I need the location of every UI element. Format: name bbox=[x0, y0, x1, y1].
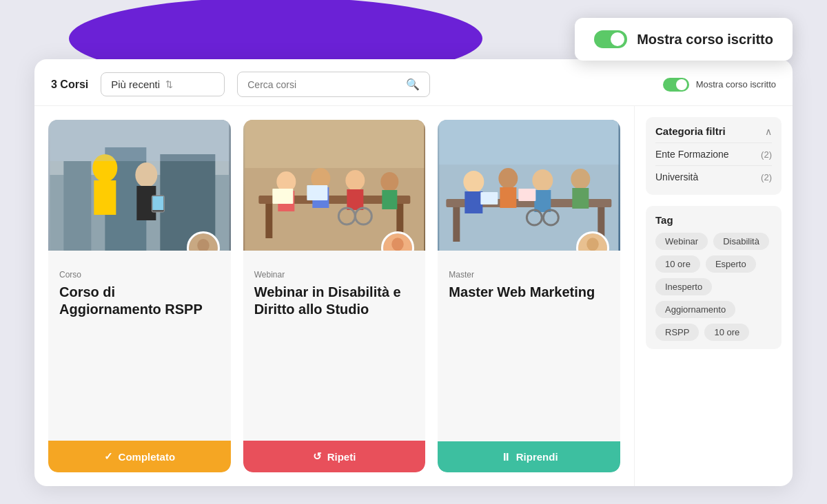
svg-rect-11 bbox=[50, 120, 229, 161]
svg-point-23 bbox=[345, 170, 365, 191]
filter-label-1: Ente Formazione bbox=[655, 149, 729, 160]
tooltip-card: Mostra corso iscritto bbox=[575, 18, 793, 61]
course-title-2: Webinar in Disabilità e Diritto allo Stu… bbox=[254, 284, 415, 432]
sort-label: Più recenti bbox=[111, 78, 160, 90]
course-btn-3[interactable]: ⏸ Riprendi bbox=[438, 441, 620, 472]
svg-point-41 bbox=[499, 168, 518, 189]
sort-arrows-icon: ⇅ bbox=[165, 79, 214, 90]
svg-rect-42 bbox=[500, 187, 517, 208]
tag-pill-3[interactable]: Esperto bbox=[706, 255, 756, 273]
svg-rect-28 bbox=[382, 190, 397, 209]
svg-rect-48 bbox=[573, 188, 589, 209]
filter-item-1[interactable]: Ente Formazione (2) bbox=[655, 145, 772, 164]
search-icon: 🔍 bbox=[406, 78, 420, 91]
svg-point-47 bbox=[571, 169, 591, 189]
search-box: 🔍 bbox=[237, 72, 430, 97]
course-btn-label-3: Riprendi bbox=[516, 451, 558, 463]
course-btn-1[interactable]: ✓ Completato bbox=[48, 441, 231, 472]
course-type-3: Master bbox=[449, 270, 609, 280]
courses-count: 3 Corsi bbox=[51, 78, 88, 91]
svg-rect-49 bbox=[481, 192, 498, 204]
chevron-up-icon[interactable]: ∧ bbox=[765, 126, 772, 137]
course-btn-icon-2: ↺ bbox=[313, 450, 322, 463]
course-body-3: Master Master Web Marketing bbox=[438, 251, 620, 441]
svg-rect-50 bbox=[519, 189, 536, 201]
filter-count-2: (2) bbox=[761, 172, 772, 182]
svg-point-53 bbox=[586, 238, 599, 251]
tag-pill-2[interactable]: 10 ore bbox=[655, 255, 700, 273]
tag-title: Tag bbox=[655, 214, 772, 226]
filter-header: Categoria filtri ∧ bbox=[655, 125, 772, 137]
tag-pill-6[interactable]: RSPP bbox=[655, 324, 699, 341]
svg-rect-44 bbox=[535, 190, 551, 212]
svg-rect-40 bbox=[465, 191, 483, 213]
sidebar: Categoria filtri ∧ Ente Formazione (2) U… bbox=[634, 106, 793, 486]
svg-rect-10 bbox=[152, 196, 163, 210]
course-type-2: Webinar bbox=[254, 270, 415, 280]
course-card-2: Webinar Webinar in Disabilità e Diritto … bbox=[243, 120, 426, 472]
svg-point-7 bbox=[135, 162, 157, 187]
sort-dropdown[interactable]: Più recenti ⇅ bbox=[101, 72, 225, 96]
svg-point-33 bbox=[392, 238, 405, 251]
course-btn-icon-3: ⏸ bbox=[500, 451, 511, 463]
course-image-1 bbox=[48, 120, 231, 251]
header-bar: 3 Corsi Più recenti ⇅ 🔍 Mostra corso isc… bbox=[34, 59, 793, 106]
filter-divider-2 bbox=[655, 165, 772, 166]
tag-pill-1[interactable]: Disabilità bbox=[713, 233, 769, 250]
tag-pill-4[interactable]: Inesperto bbox=[655, 278, 712, 295]
course-body-1: Corso Corso di Aggiornamento RSPP bbox=[48, 251, 231, 441]
course-image-2 bbox=[243, 120, 426, 251]
svg-rect-6 bbox=[94, 180, 116, 215]
search-input[interactable] bbox=[247, 79, 400, 90]
tag-grid: WebinarDisabilità10 oreEspertoInespertoA… bbox=[655, 233, 772, 341]
filter-item-2[interactable]: Università (2) bbox=[655, 167, 772, 187]
svg-point-27 bbox=[380, 172, 398, 191]
courses-grid: Corso Corso di Aggiornamento RSPP ✓ Comp… bbox=[34, 106, 634, 486]
course-body-2: Webinar Webinar in Disabilità e Diritto … bbox=[243, 251, 426, 441]
svg-rect-29 bbox=[272, 189, 293, 204]
tag-section: Tag WebinarDisabilità10 oreEspertoInespe… bbox=[646, 206, 782, 349]
svg-rect-17 bbox=[265, 204, 272, 238]
course-type-1: Corso bbox=[59, 270, 220, 280]
svg-rect-37 bbox=[453, 207, 460, 242]
svg-rect-24 bbox=[347, 189, 363, 210]
course-btn-label-1: Completato bbox=[119, 451, 176, 463]
filter-count-1: (2) bbox=[761, 149, 772, 160]
svg-rect-30 bbox=[307, 185, 327, 200]
tooltip-label: Mostra corso iscritto bbox=[637, 32, 773, 48]
tag-pill-0[interactable]: Webinar bbox=[655, 233, 708, 250]
toggle-big-icon[interactable] bbox=[594, 30, 627, 48]
course-btn-label-2: Ripeti bbox=[327, 451, 356, 463]
filter-label-2: Università bbox=[655, 171, 698, 182]
svg-rect-51 bbox=[440, 120, 619, 165]
course-btn-icon-1: ✓ bbox=[104, 450, 113, 463]
toggle-small[interactable] bbox=[663, 78, 689, 92]
course-title-3: Master Web Marketing bbox=[449, 284, 609, 433]
svg-point-43 bbox=[533, 169, 553, 191]
course-card-3: Master Master Web Marketing ⏸ Riprendi bbox=[438, 120, 620, 472]
course-title-1: Corso di Aggiornamento RSPP bbox=[59, 284, 220, 432]
filter-divider-1 bbox=[655, 143, 772, 143]
course-btn-2[interactable]: ↺ Ripeti bbox=[243, 441, 426, 472]
content-area: Corso Corso di Aggiornamento RSPP ✓ Comp… bbox=[34, 106, 793, 486]
tag-pill-5[interactable]: Aggiornamento bbox=[655, 301, 735, 318]
main-card: 3 Corsi Più recenti ⇅ 🔍 Mostra corso isc… bbox=[34, 59, 793, 486]
toggle-inline: Mostra corso iscritto bbox=[663, 78, 776, 92]
filter-section: Categoria filtri ∧ Ente Formazione (2) U… bbox=[646, 117, 782, 195]
course-card-1: Corso Corso di Aggiornamento RSPP ✓ Comp… bbox=[48, 120, 231, 472]
course-image-3 bbox=[438, 120, 620, 251]
tag-pill-7[interactable]: 10 ore bbox=[704, 324, 749, 341]
svg-rect-2 bbox=[63, 161, 91, 251]
toggle-inline-label: Mostra corso iscritto bbox=[696, 79, 776, 90]
svg-rect-31 bbox=[245, 120, 424, 168]
svg-point-39 bbox=[464, 171, 484, 193]
filter-title: Categoria filtri bbox=[655, 125, 726, 137]
